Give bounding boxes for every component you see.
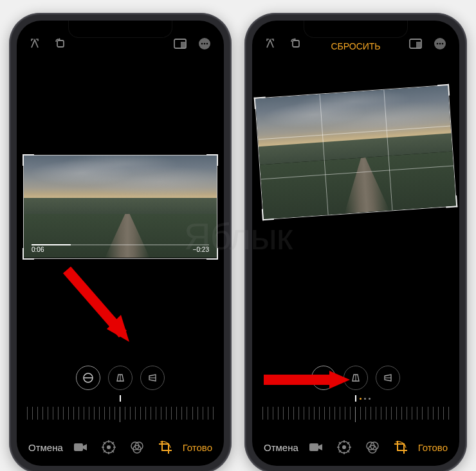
horizontal-perspective-button[interactable]	[140, 366, 165, 390]
cancel-button[interactable]: Отмена	[264, 442, 298, 453]
svg-point-31	[442, 43, 444, 45]
bottombar: Отмена Готово	[252, 434, 459, 466]
dial-scale	[17, 407, 224, 420]
dial-center-marker	[355, 395, 356, 402]
svg-rect-27	[416, 42, 421, 48]
video-frame[interactable]	[255, 85, 457, 220]
phone-right: СБРОСИТЬ -6	[244, 13, 467, 471]
done-button[interactable]: Готово	[183, 442, 212, 453]
svg-point-5	[204, 43, 206, 45]
video-frame[interactable]: 0:06 −0:23	[23, 155, 217, 259]
adjust-tab-icon[interactable]	[337, 440, 351, 454]
dial-center-marker	[120, 395, 121, 402]
svg-point-6	[206, 43, 208, 45]
crop-tab-icon[interactable]	[158, 440, 172, 454]
svg-point-13	[107, 445, 111, 449]
svg-point-30	[439, 43, 441, 45]
vertical-perspective-button[interactable]	[108, 366, 133, 390]
cancel-button[interactable]: Отмена	[28, 442, 63, 453]
adjust-tab-icon[interactable]	[102, 440, 116, 454]
more-icon[interactable]	[197, 36, 212, 51]
phone-left: 0:06 −0:23 Отмена	[9, 13, 232, 471]
filters-tab-icon[interactable]	[365, 440, 380, 454]
horizontal-perspective-button[interactable]	[376, 366, 400, 390]
svg-rect-0	[57, 40, 64, 47]
svg-point-4	[201, 43, 203, 45]
annotation-arrow	[260, 368, 356, 394]
aspect-icon[interactable]	[408, 36, 423, 51]
rotate-icon[interactable]	[288, 36, 304, 51]
video-tab-icon[interactable]	[309, 440, 323, 454]
adjustment-dial[interactable]	[252, 395, 459, 434]
straighten-button[interactable]	[76, 366, 100, 390]
reset-button[interactable]: СБРОСИТЬ	[331, 41, 380, 51]
rotate-icon[interactable]	[53, 36, 68, 51]
preview-area	[252, 53, 459, 360]
video-time: 0:06 −0:23	[32, 246, 209, 253]
crop-tab-icon[interactable]	[394, 440, 408, 454]
aspect-icon[interactable]	[172, 36, 188, 51]
screen: 0:06 −0:23 Отмена	[17, 21, 224, 466]
svg-rect-34	[309, 443, 318, 451]
flip-icon[interactable]	[28, 36, 44, 51]
annotation-arrow	[62, 265, 139, 351]
adjustment-tools	[17, 360, 224, 395]
dial-scale	[252, 407, 459, 420]
video-progress[interactable]	[32, 244, 209, 245]
svg-point-29	[437, 43, 439, 45]
notch	[68, 21, 172, 38]
flip-icon[interactable]	[264, 36, 279, 51]
elapsed-time: 0:06	[32, 246, 44, 253]
more-icon[interactable]	[432, 36, 448, 51]
svg-rect-25	[293, 40, 299, 47]
notch	[304, 21, 408, 38]
svg-rect-2	[181, 42, 185, 48]
svg-rect-11	[74, 443, 83, 451]
bottombar: Отмена Готово	[17, 434, 224, 466]
adjustment-dial[interactable]	[17, 395, 224, 434]
dial-indicator-dots	[360, 398, 371, 400]
remaining-time: −0:23	[193, 246, 209, 253]
filters-tab-icon[interactable]	[130, 440, 144, 454]
done-button[interactable]: Готово	[418, 442, 448, 453]
screen: СБРОСИТЬ -6	[252, 21, 459, 466]
svg-point-36	[342, 445, 346, 449]
video-tab-icon[interactable]	[73, 440, 87, 454]
